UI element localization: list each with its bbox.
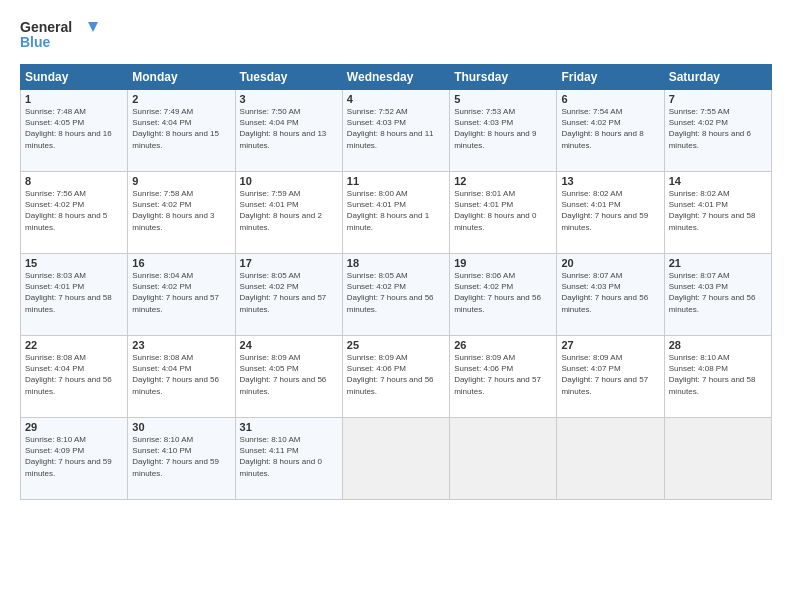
day-number: 18 [347,257,445,269]
day-info: Sunrise: 8:04 AMSunset: 4:02 PMDaylight:… [132,271,219,314]
calendar-cell: 13 Sunrise: 8:02 AMSunset: 4:01 PMDaylig… [557,172,664,254]
day-info: Sunrise: 8:10 AMSunset: 4:10 PMDaylight:… [132,435,219,478]
calendar-cell [557,418,664,500]
day-info: Sunrise: 7:55 AMSunset: 4:02 PMDaylight:… [669,107,751,150]
day-number: 11 [347,175,445,187]
day-number: 23 [132,339,230,351]
calendar-cell: 7 Sunrise: 7:55 AMSunset: 4:02 PMDayligh… [664,90,771,172]
col-header-monday: Monday [128,65,235,90]
calendar-cell: 16 Sunrise: 8:04 AMSunset: 4:02 PMDaylig… [128,254,235,336]
day-number: 24 [240,339,338,351]
day-info: Sunrise: 7:53 AMSunset: 4:03 PMDaylight:… [454,107,536,150]
calendar-cell: 6 Sunrise: 7:54 AMSunset: 4:02 PMDayligh… [557,90,664,172]
day-number: 25 [347,339,445,351]
day-number: 10 [240,175,338,187]
day-number: 30 [132,421,230,433]
col-header-friday: Friday [557,65,664,90]
calendar-cell: 23 Sunrise: 8:08 AMSunset: 4:04 PMDaylig… [128,336,235,418]
col-header-thursday: Thursday [450,65,557,90]
day-number: 29 [25,421,123,433]
day-number: 20 [561,257,659,269]
svg-text:General: General [20,19,72,35]
calendar-table: SundayMondayTuesdayWednesdayThursdayFrid… [20,64,772,500]
day-info: Sunrise: 8:00 AMSunset: 4:01 PMDaylight:… [347,189,429,232]
calendar-cell: 28 Sunrise: 8:10 AMSunset: 4:08 PMDaylig… [664,336,771,418]
calendar-cell: 27 Sunrise: 8:09 AMSunset: 4:07 PMDaylig… [557,336,664,418]
day-number: 1 [25,93,123,105]
calendar-cell: 17 Sunrise: 8:05 AMSunset: 4:02 PMDaylig… [235,254,342,336]
day-info: Sunrise: 8:09 AMSunset: 4:05 PMDaylight:… [240,353,327,396]
svg-marker-2 [88,22,98,32]
day-info: Sunrise: 8:03 AMSunset: 4:01 PMDaylight:… [25,271,112,314]
day-info: Sunrise: 8:07 AMSunset: 4:03 PMDaylight:… [561,271,648,314]
calendar-cell: 31 Sunrise: 8:10 AMSunset: 4:11 PMDaylig… [235,418,342,500]
day-number: 27 [561,339,659,351]
calendar-cell: 2 Sunrise: 7:49 AMSunset: 4:04 PMDayligh… [128,90,235,172]
calendar-cell: 4 Sunrise: 7:52 AMSunset: 4:03 PMDayligh… [342,90,449,172]
logo-svg: GeneralBlue [20,18,100,54]
calendar-cell: 1 Sunrise: 7:48 AMSunset: 4:05 PMDayligh… [21,90,128,172]
calendar-cell: 30 Sunrise: 8:10 AMSunset: 4:10 PMDaylig… [128,418,235,500]
day-info: Sunrise: 8:06 AMSunset: 4:02 PMDaylight:… [454,271,541,314]
day-info: Sunrise: 8:05 AMSunset: 4:02 PMDaylight:… [240,271,327,314]
day-info: Sunrise: 8:09 AMSunset: 4:07 PMDaylight:… [561,353,648,396]
calendar-cell: 10 Sunrise: 7:59 AMSunset: 4:01 PMDaylig… [235,172,342,254]
day-info: Sunrise: 8:02 AMSunset: 4:01 PMDaylight:… [561,189,648,232]
calendar-cell: 29 Sunrise: 8:10 AMSunset: 4:09 PMDaylig… [21,418,128,500]
day-info: Sunrise: 8:09 AMSunset: 4:06 PMDaylight:… [454,353,541,396]
day-number: 8 [25,175,123,187]
day-number: 22 [25,339,123,351]
day-number: 31 [240,421,338,433]
svg-text:Blue: Blue [20,34,51,50]
day-number: 28 [669,339,767,351]
calendar-cell: 12 Sunrise: 8:01 AMSunset: 4:01 PMDaylig… [450,172,557,254]
calendar-cell [664,418,771,500]
calendar-cell: 14 Sunrise: 8:02 AMSunset: 4:01 PMDaylig… [664,172,771,254]
calendar-cell: 26 Sunrise: 8:09 AMSunset: 4:06 PMDaylig… [450,336,557,418]
day-info: Sunrise: 8:10 AMSunset: 4:09 PMDaylight:… [25,435,112,478]
day-info: Sunrise: 8:09 AMSunset: 4:06 PMDaylight:… [347,353,434,396]
calendar-cell: 11 Sunrise: 8:00 AMSunset: 4:01 PMDaylig… [342,172,449,254]
day-number: 3 [240,93,338,105]
day-number: 9 [132,175,230,187]
calendar-cell: 15 Sunrise: 8:03 AMSunset: 4:01 PMDaylig… [21,254,128,336]
calendar-cell: 8 Sunrise: 7:56 AMSunset: 4:02 PMDayligh… [21,172,128,254]
day-info: Sunrise: 8:01 AMSunset: 4:01 PMDaylight:… [454,189,536,232]
calendar-cell: 3 Sunrise: 7:50 AMSunset: 4:04 PMDayligh… [235,90,342,172]
day-number: 21 [669,257,767,269]
day-info: Sunrise: 8:10 AMSunset: 4:08 PMDaylight:… [669,353,756,396]
day-number: 5 [454,93,552,105]
col-header-saturday: Saturday [664,65,771,90]
day-info: Sunrise: 8:07 AMSunset: 4:03 PMDaylight:… [669,271,756,314]
day-number: 14 [669,175,767,187]
day-info: Sunrise: 8:10 AMSunset: 4:11 PMDaylight:… [240,435,322,478]
calendar-cell: 21 Sunrise: 8:07 AMSunset: 4:03 PMDaylig… [664,254,771,336]
day-info: Sunrise: 7:59 AMSunset: 4:01 PMDaylight:… [240,189,322,232]
day-info: Sunrise: 8:05 AMSunset: 4:02 PMDaylight:… [347,271,434,314]
day-number: 15 [25,257,123,269]
day-number: 7 [669,93,767,105]
day-number: 16 [132,257,230,269]
calendar-cell: 24 Sunrise: 8:09 AMSunset: 4:05 PMDaylig… [235,336,342,418]
day-info: Sunrise: 7:50 AMSunset: 4:04 PMDaylight:… [240,107,327,150]
calendar-cell: 22 Sunrise: 8:08 AMSunset: 4:04 PMDaylig… [21,336,128,418]
day-info: Sunrise: 7:49 AMSunset: 4:04 PMDaylight:… [132,107,219,150]
logo: GeneralBlue [20,18,100,54]
calendar-cell [450,418,557,500]
calendar-cell: 19 Sunrise: 8:06 AMSunset: 4:02 PMDaylig… [450,254,557,336]
day-number: 17 [240,257,338,269]
day-number: 19 [454,257,552,269]
col-header-sunday: Sunday [21,65,128,90]
day-number: 13 [561,175,659,187]
calendar-cell: 18 Sunrise: 8:05 AMSunset: 4:02 PMDaylig… [342,254,449,336]
day-info: Sunrise: 7:54 AMSunset: 4:02 PMDaylight:… [561,107,643,150]
calendar-cell: 20 Sunrise: 8:07 AMSunset: 4:03 PMDaylig… [557,254,664,336]
day-info: Sunrise: 7:58 AMSunset: 4:02 PMDaylight:… [132,189,214,232]
calendar-cell [342,418,449,500]
col-header-wednesday: Wednesday [342,65,449,90]
day-number: 12 [454,175,552,187]
day-info: Sunrise: 7:56 AMSunset: 4:02 PMDaylight:… [25,189,107,232]
day-number: 6 [561,93,659,105]
day-info: Sunrise: 7:48 AMSunset: 4:05 PMDaylight:… [25,107,112,150]
calendar-cell: 9 Sunrise: 7:58 AMSunset: 4:02 PMDayligh… [128,172,235,254]
